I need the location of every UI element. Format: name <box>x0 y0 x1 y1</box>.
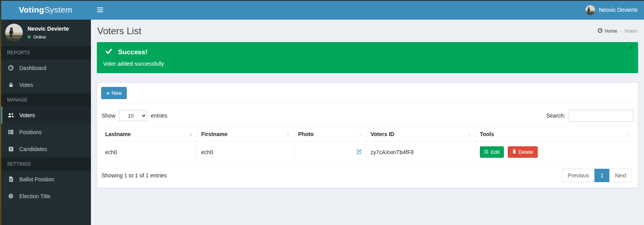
sidebar-item-positions[interactable]: Positions <box>1 124 91 140</box>
sidebar-user-status[interactable]: Online <box>28 35 69 39</box>
sidebar-item-ballot-position[interactable]: Ballot Position <box>1 171 91 188</box>
candidate-tie-icon <box>7 146 15 152</box>
pagination-next[interactable]: Next <box>609 169 632 182</box>
window-edge-left <box>0 0 1 225</box>
list-icon <box>7 129 15 135</box>
delete-button[interactable]: Delete <box>508 146 538 158</box>
sidebar-item-label: Positions <box>19 129 42 135</box>
sort-icon: ↓↑ <box>286 131 290 137</box>
success-alert: Success! Voter added successfully × <box>97 42 638 73</box>
new-voter-button[interactable]: +New <box>101 87 127 99</box>
sort-icon: ↓↑ <box>189 131 193 137</box>
sidebar-section-reports: REPORTS <box>1 46 91 59</box>
voters-table: Lastname ↓↑ Firstname ↓↑ Photo ↓↑ Vote <box>101 127 634 163</box>
column-header-lastname[interactable]: Lastname ↓↑ <box>101 127 197 142</box>
edit-button-label: Edit <box>491 149 500 155</box>
photo-edit-link[interactable] <box>356 149 362 156</box>
online-status-icon <box>28 35 31 39</box>
page-length-control: Show 10 entries <box>102 110 167 121</box>
column-header-photo[interactable]: Photo ↓↑ <box>294 127 366 142</box>
sidebar-item-label: Dashboard <box>19 65 46 71</box>
search-label: Search: <box>546 112 565 119</box>
search-input[interactable] <box>569 110 633 122</box>
cell-firstname: ech0 <box>197 142 294 163</box>
sidebar-item-label: Ballot Position <box>19 176 54 183</box>
check-icon <box>105 48 112 56</box>
column-header-voters-id[interactable]: Voters ID ↓↑ <box>366 127 476 142</box>
brand-logo[interactable]: VotingSystem <box>0 0 91 20</box>
sort-icon: ↓↑ <box>626 131 630 137</box>
window-edge-top <box>0 0 644 1</box>
alert-title: Success! <box>118 48 148 56</box>
sidebar-user-panel: Neovic Devierte Online <box>1 20 91 46</box>
users-icon <box>7 112 15 118</box>
pagination: Previous 1 Next <box>562 169 632 182</box>
content-header: Voters List Home › Voters <box>97 26 638 37</box>
file-text-icon <box>7 176 15 182</box>
table-row: ech0 ech0 zy7cAXxinTb4fF8 <box>101 142 634 163</box>
cell-tools: Edit Delete <box>476 142 634 163</box>
lock-icon <box>7 82 15 88</box>
gear-icon <box>7 193 15 199</box>
sidebar-item-label: Candidates <box>19 146 47 152</box>
column-header-firstname[interactable]: Firstname ↓↑ <box>197 127 294 142</box>
breadcrumb-home-link[interactable]: Home <box>598 28 617 34</box>
sidebar-item-election-title[interactable]: Election Title <box>1 188 91 205</box>
datatable-footer: Showing 1 to 1 of 1 entries Previous 1 N… <box>101 163 634 184</box>
alert-message: Voter added successfully <box>103 61 624 67</box>
dashboard-icon <box>598 28 603 34</box>
trash-icon <box>512 149 516 155</box>
table-info: Showing 1 to 1 of 1 entries <box>102 172 167 179</box>
sidebar-item-candidates[interactable]: Candidates <box>1 140 91 157</box>
breadcrumb: Home › Voters <box>598 28 638 34</box>
sidebar-item-label: Election Title <box>19 193 50 199</box>
voters-box: +New Show 10 entries Search: <box>97 83 638 188</box>
breadcrumb-home-label: Home <box>605 28 617 34</box>
alert-close-icon[interactable]: × <box>629 44 633 51</box>
sidebar-item-voters[interactable]: Voters <box>1 107 91 124</box>
sidebar-section-manage: MANAGE <box>1 93 91 107</box>
user-avatar <box>585 5 595 15</box>
breadcrumb-separator: › <box>620 28 622 34</box>
datatable-controls: Show 10 entries Search: <box>101 107 634 127</box>
sidebar-user-name: Neovic Devierte <box>28 26 69 32</box>
search-control: Search: <box>546 110 633 122</box>
sidebar-item-dashboard[interactable]: Dashboard <box>1 59 91 76</box>
breadcrumb-current: Voters <box>624 28 638 34</box>
sidebar-section-settings: SETTINGS <box>1 157 91 171</box>
delete-button-label: Delete <box>518 149 533 155</box>
brand-light: System <box>44 5 72 15</box>
page-title: Voters List <box>97 26 141 37</box>
sidebar-toggle-icon[interactable] <box>91 0 109 20</box>
plus-icon: + <box>106 90 109 96</box>
sort-icon: ↓↑ <box>468 131 472 137</box>
column-header-tools[interactable]: Tools ↓↑ <box>476 127 634 142</box>
table-header-row: Lastname ↓↑ Firstname ↓↑ Photo ↓↑ Vote <box>101 127 634 142</box>
main-sidebar: Neovic Devierte Online REPORTS Dashboard… <box>0 20 91 225</box>
edit-button[interactable]: Edit <box>480 146 504 158</box>
pagination-previous[interactable]: Previous <box>562 169 595 182</box>
entries-select[interactable]: 10 <box>119 110 147 121</box>
show-label: Show <box>102 112 115 119</box>
dashboard-icon <box>7 65 15 71</box>
user-avatar <box>5 24 23 41</box>
cell-lastname: ech0 <box>101 142 197 163</box>
sort-icon: ↓↑ <box>359 131 362 137</box>
pagination-page-1[interactable]: 1 <box>594 169 609 182</box>
navbar-user-menu[interactable]: Neovic Devierte <box>579 0 644 20</box>
navbar-user-name: Neovic Devierte <box>599 7 638 13</box>
cell-voters-id: zy7cAXxinTb4fF8 <box>366 142 476 163</box>
entries-label: entries <box>151 112 167 119</box>
box-header: +New <box>97 83 638 103</box>
online-status-label: Online <box>33 35 46 39</box>
cell-photo <box>294 142 366 163</box>
edit-pencil-square-icon <box>356 149 362 156</box>
sidebar-item-votes[interactable]: Votes <box>1 76 91 93</box>
box-body: Show 10 entries Search: Lastname <box>97 103 638 188</box>
main-header: VotingSystem Neovic Devierte <box>0 0 644 20</box>
content-wrapper: Voters List Home › Voters Success! Voter… <box>91 20 644 225</box>
edit-pencil-icon <box>484 149 489 155</box>
top-navbar: Neovic Devierte <box>91 0 644 20</box>
sidebar-item-label: Votes <box>19 82 33 88</box>
new-button-label: New <box>111 90 122 96</box>
